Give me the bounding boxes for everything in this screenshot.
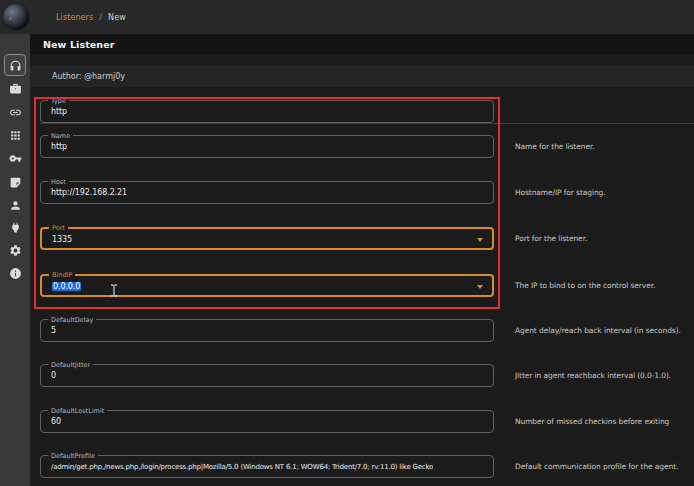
breadcrumb-current: New xyxy=(108,13,126,22)
defaultdelay-field[interactable]: DefaultDelay 5 xyxy=(40,319,494,342)
sidebar-item-agents[interactable] xyxy=(4,101,26,123)
grid-icon xyxy=(9,129,22,142)
sidebar-item-plugins[interactable] xyxy=(4,216,26,238)
plug-icon xyxy=(9,221,22,234)
defaultprofile-field-label: DefaultProfile xyxy=(48,452,98,460)
bindip-select-label: BindIP xyxy=(49,271,75,279)
key-icon xyxy=(9,152,22,165)
sidebar-item-stagers[interactable] xyxy=(4,77,26,99)
defaultjitter-field-label: DefaultJitter xyxy=(48,361,93,369)
author-text: Author: @harmj0y xyxy=(52,72,125,81)
host-field-value: http://192.168.2.21 xyxy=(51,188,127,197)
name-field-label: Name xyxy=(48,132,73,140)
type-field-label: Type xyxy=(48,97,69,105)
page-title-bar: New Listener xyxy=(30,34,694,54)
app-logo[interactable] xyxy=(3,4,29,30)
note-icon xyxy=(9,176,22,189)
defaultjitter-field-value: 0 xyxy=(51,371,56,380)
sidebar-item-users[interactable] xyxy=(4,194,26,216)
defaultdelay-field-description: Agent delay/reach back interval (in seco… xyxy=(515,326,681,335)
name-field-description: Name for the listener. xyxy=(515,142,594,151)
bindip-select[interactable]: BindIP 0.0.0.0 xyxy=(40,274,494,297)
sidebar-item-modules[interactable] xyxy=(4,124,26,146)
headphones-icon xyxy=(9,59,22,72)
defaultjitter-field[interactable]: DefaultJitter 0 xyxy=(40,364,494,387)
gear-icon xyxy=(9,244,22,257)
top-bar: Listeners / New xyxy=(0,0,694,34)
type-field-value: http xyxy=(51,107,67,116)
sidebar-item-listeners[interactable] xyxy=(4,54,26,76)
defaultlostlimit-field-description: Number of missed checkins before exiting xyxy=(515,417,669,426)
defaultlostlimit-field-value: 60 xyxy=(51,417,61,426)
name-field[interactable]: Name http xyxy=(40,135,494,158)
defaultlostlimit-field[interactable]: DefaultLostLimit 60 xyxy=(40,410,494,433)
author-bar: Author: @harmj0y xyxy=(30,66,694,87)
defaultprofile-field-value: /admin/get.php,/news.php,/login/process.… xyxy=(51,463,433,471)
bindip-select-description: The IP to bind to on the control server. xyxy=(515,281,655,290)
row-divider xyxy=(40,123,694,124)
defaultlostlimit-field-label: DefaultLostLimit xyxy=(48,407,107,415)
host-field-description: Hostname/IP for staging. xyxy=(515,188,605,197)
sidebar-item-reporting[interactable] xyxy=(4,171,26,193)
user-icon xyxy=(9,199,22,212)
defaultprofile-field-description: Default communication profile for the ag… xyxy=(515,462,678,471)
host-field[interactable]: Host http://192.168.2.21 xyxy=(40,181,494,204)
briefcase-icon xyxy=(9,82,22,95)
sidebar-item-about[interactable] xyxy=(4,262,26,284)
port-select-label: Port xyxy=(49,224,68,232)
page-title: New Listener xyxy=(43,39,115,50)
sidebar xyxy=(0,34,30,486)
sidebar-item-settings[interactable] xyxy=(4,239,26,261)
defaultprofile-field[interactable]: DefaultProfile /admin/get.php,/news.php,… xyxy=(40,455,494,478)
type-field[interactable]: Type http xyxy=(40,100,494,123)
sidebar-item-credentials[interactable] xyxy=(4,147,26,169)
port-select-value: 1335 xyxy=(52,235,72,244)
defaultjitter-field-description: Jitter in agent reachback interval (0.0-… xyxy=(515,371,671,380)
breadcrumb: Listeners / New xyxy=(56,0,126,34)
bindip-select-value-selected: 0.0.0.0 xyxy=(52,282,81,291)
breadcrumb-listeners-link[interactable]: Listeners xyxy=(56,13,93,22)
link-icon xyxy=(9,106,22,119)
port-select-description: Port for the listener. xyxy=(515,234,587,243)
port-select[interactable]: Port 1335 xyxy=(40,227,494,250)
chevron-down-icon[interactable] xyxy=(477,238,483,242)
breadcrumb-separator: / xyxy=(99,13,102,22)
host-field-label: Host xyxy=(48,178,69,186)
defaultdelay-field-label: DefaultDelay xyxy=(48,316,96,324)
chevron-down-icon[interactable] xyxy=(477,285,483,289)
info-icon xyxy=(9,267,22,280)
name-field-value: http xyxy=(51,142,67,151)
defaultdelay-field-value: 5 xyxy=(51,326,56,335)
